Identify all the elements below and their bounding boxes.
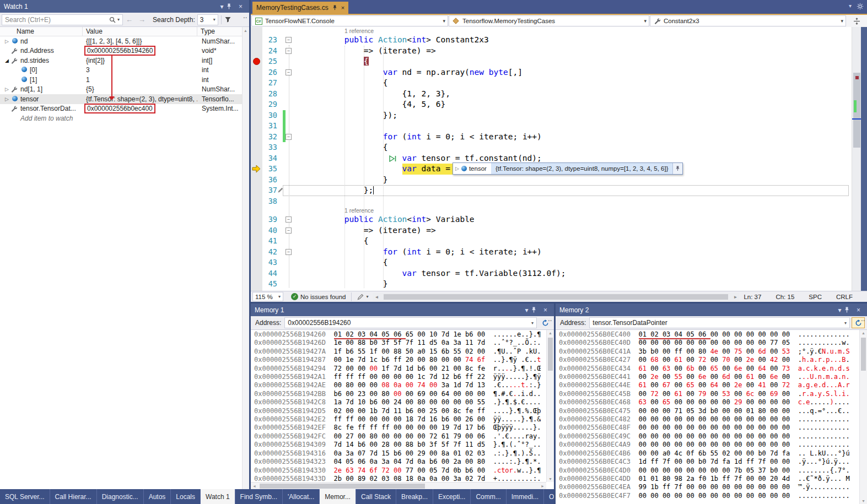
tool-window-tab[interactable]: Excepti...	[433, 489, 471, 504]
watch-value[interactable]: {tf.Tensor: shape=(2, 3), dtype=uint8, .…	[83, 95, 197, 103]
tool-window-tab[interactable]: Comm...	[471, 489, 506, 504]
window-position-icon[interactable]: ▾	[217, 3, 227, 10]
fold-collapse-icon[interactable]: −	[286, 227, 292, 234]
tab-pin-icon[interactable]	[332, 5, 337, 10]
issues-status[interactable]: No issues found	[300, 294, 346, 300]
watch-value[interactable]: 0x000002556b194260	[83, 46, 197, 56]
memory-row[interactable]: 0x000002556B0EC49C 00 00 00 00 00 00 00 …	[559, 432, 854, 441]
memory-row[interactable]: 0x000002556B0EC441 00 2e 00 55 00 6e 00 …	[559, 373, 854, 381]
code-line[interactable]: 26− var nd = np.array(new byte[,]	[251, 67, 852, 78]
chevron-down-icon[interactable]: ▾	[531, 321, 534, 326]
code-line[interactable]: 32− for (int i = 0; i < iterate; i++)	[251, 132, 852, 143]
window-position-icon[interactable]: ▾	[522, 306, 531, 314]
memory-row[interactable]: 0x000002556B0EC468 63 00 65 00 00 00 00 …	[559, 398, 854, 407]
search-depth-select[interactable]: 3 ▾	[197, 14, 218, 25]
tool-window-tab[interactable]: Memor...	[320, 489, 356, 504]
type-dropdown[interactable]: Tensorflow.MemoryTestingCases ▾	[449, 15, 649, 26]
code-line[interactable]: 43 {	[251, 257, 852, 268]
codelens-references[interactable]: 1 reference	[251, 207, 852, 214]
memory-row[interactable]: 0x000002556B194330 2e 63 74 6f 72 00 77 …	[254, 467, 541, 475]
toolbar-overflow-icon[interactable]: ..	[243, 13, 247, 19]
memory1-vertical-scrollbar[interactable]: ▲ ▼	[546, 330, 554, 482]
editor-horizontal-scrollbar[interactable]: ◄ ►	[373, 293, 739, 301]
watch-titlebar[interactable]: Watch 1 ▾ ×	[0, 0, 249, 13]
tool-window-tab[interactable]: Immedi...	[507, 489, 544, 504]
pin-icon[interactable]	[844, 307, 854, 313]
watch-row[interactable]: Add item to watch	[0, 113, 249, 123]
memory1-hexdump[interactable]: 0x000002556B194260 01 02 03 04 05 06 65 …	[254, 330, 541, 483]
scroll-right-icon[interactable]: ►	[734, 295, 738, 300]
spaces-indicator[interactable]: SPC	[809, 294, 822, 300]
watch-value[interactable]: 0x000002556b0ec400	[83, 104, 197, 113]
pin-icon[interactable]	[531, 307, 541, 313]
tool-window-tab[interactable]: Watch 1	[201, 489, 235, 504]
pin-icon[interactable]	[227, 3, 236, 9]
tab-close-icon[interactable]: ×	[341, 4, 344, 11]
split-editor-button[interactable]	[846, 15, 867, 27]
fold-collapse-icon[interactable]: −	[286, 216, 292, 223]
tool-window-tab[interactable]: Call Stack	[356, 489, 396, 504]
tree-expander-icon[interactable]: ▷	[3, 96, 10, 102]
code-line[interactable]: 27 {	[251, 78, 852, 89]
memory-row[interactable]: 0x000002556B1942AE 00 80 00 00 08 0a 00 …	[254, 381, 541, 389]
gear-icon[interactable]	[857, 3, 864, 10]
watch-row[interactable]: [1]1int	[0, 75, 249, 85]
document-tab[interactable]: MemoryTestingCases.cs ×	[252, 2, 348, 14]
fold-collapse-icon[interactable]: −	[286, 249, 292, 255]
search-icon[interactable]	[109, 17, 116, 23]
memory-row[interactable]: 0x000002556B0EC41A 3b b0 00 ff 00 80 4e …	[559, 348, 854, 356]
memory1-titlebar[interactable]: Memory 1 ▾ ×	[251, 304, 554, 316]
code-line[interactable]: 40− => (iterate) =>	[251, 225, 852, 236]
search-dropdown-icon[interactable]: ▾	[117, 17, 120, 22]
code-line[interactable]: 23− public Action<int> Constant2x3	[251, 35, 852, 46]
scroll-left-icon[interactable]: ◄	[252, 484, 256, 488]
search-input[interactable]: Search (Ctrl+E) ▾	[2, 14, 123, 25]
memory-row[interactable]: 0x000002556B0EC4DD 01 01 80 98 2a f0 1b …	[559, 475, 854, 483]
tool-window-tab[interactable]: Locals	[171, 489, 201, 504]
chevron-down-icon[interactable]: ▾	[366, 294, 368, 299]
memory-row[interactable]: 0x000002556B0EC4EA 99 1b ff 7f 00 00 00 …	[559, 483, 854, 491]
memory-row[interactable]: 0x000002556B1942BB b6 00 23 00 80 00 00 …	[254, 390, 541, 398]
editor-vertical-scrollbar[interactable]	[852, 27, 861, 291]
close-icon[interactable]: ×	[236, 3, 245, 10]
scroll-up-icon[interactable]: ▲	[548, 331, 552, 335]
eol-indicator[interactable]: CRLF	[836, 294, 853, 300]
watch-row[interactable]: tensor.TensorDat...0x000002556b0ec400Sys…	[0, 104, 249, 114]
memory-row[interactable]: 0x000002556B1942EF 8c fe ff ff ff 00 00 …	[254, 424, 541, 432]
watch-value[interactable]: {[[1, 2, 3], [4, 5, 6]]}	[83, 37, 197, 45]
code-line[interactable]: 44 var tensor = tf.Variable(3112.0f);	[251, 268, 852, 279]
tree-expander-icon[interactable]: ▷	[3, 86, 10, 92]
watch-row[interactable]: ▷nd{[[1, 2, 3], [4, 5, 6]]}NumShar...	[0, 36, 249, 46]
memory2-hexdump[interactable]: 0x000002556B0EC400 01 02 03 04 05 06 00 …	[559, 330, 854, 504]
memory-row[interactable]: 0x000002556B0EC475 00 00 00 71 05 3d b0 …	[559, 407, 854, 415]
toolbar-overflow-icon[interactable]: ..	[861, 316, 865, 322]
code-line[interactable]: 42− for (int i = 0; i < iterate; i++)	[251, 247, 852, 258]
code-line[interactable]: 39− public Action<int> Variable	[251, 214, 852, 225]
code-line[interactable]: 45 }	[251, 279, 852, 290]
memory2-vertical-scrollbar[interactable]: ▲ ▼	[859, 330, 867, 504]
tool-window-tab[interactable]: Output	[544, 489, 554, 504]
memory-row[interactable]: 0x000002556B0EC40D 00 00 00 00 00 00 00 …	[559, 339, 854, 347]
watch-value[interactable]: 3	[83, 66, 197, 74]
forward-arrow-icon[interactable]: →	[138, 15, 146, 24]
memory-row[interactable]: 0x000002556B0EC4F7 00 00 00 00 00 00 00 …	[559, 492, 854, 500]
memory-row[interactable]: 0x000002556B194323 04 05 06 0a 3a 04 7d …	[254, 458, 541, 466]
code-cleanup-icon[interactable]	[357, 293, 364, 300]
memory-row[interactable]: 0x000002556B19433D 2b 00 89 02 03 08 18 …	[254, 475, 541, 483]
memory-row[interactable]: 0x000002556B19427A 1f b6 55 1f 00 88 50 …	[254, 348, 541, 356]
scroll-left-icon[interactable]: ◄	[374, 295, 379, 300]
memory-row[interactable]: 0x000002556B0EC4A9 00 00 00 00 00 00 00 …	[559, 441, 854, 449]
tool-window-tab[interactable]: 'Allocat...	[283, 489, 320, 504]
watch-value[interactable]: 1	[83, 76, 197, 84]
memory-row[interactable]: 0x000002556B0EC44E 61 00 67 00 65 00 64 …	[559, 381, 854, 389]
fold-collapse-icon[interactable]: −	[286, 69, 292, 75]
memory2-titlebar[interactable]: Memory 2 ▾ ×	[556, 304, 867, 316]
column-type[interactable]: Type	[197, 27, 249, 36]
memory-row[interactable]: 0x000002556B194287 00 1e 7d 1c b6 ff 20 …	[254, 356, 541, 364]
tool-window-tab[interactable]: Breakp...	[396, 489, 433, 504]
memory1-horizontal-scrollbar[interactable]: ◄ ►	[251, 482, 546, 489]
watch-value[interactable]: {int[2]}	[83, 57, 197, 64]
code-line[interactable]: 24− => (iterate) =>	[251, 46, 852, 57]
datatip-variable[interactable]: ▷tensor	[453, 165, 491, 172]
memory-row[interactable]: 0x000002556B194294 72 00 00 00 1f 7d 1d …	[254, 365, 541, 373]
